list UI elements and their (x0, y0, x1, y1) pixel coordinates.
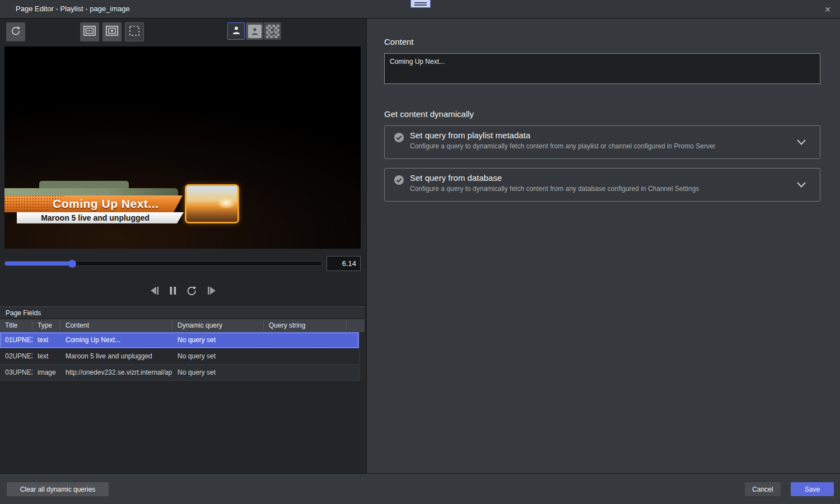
dynamic-section-title: Get content dynamically (384, 109, 474, 119)
col-dynamic-query[interactable]: Dynamic query (172, 321, 264, 330)
close-icon[interactable]: ✕ (822, 4, 833, 15)
overlay-subline-strip: Maroon 5 live and unplugged (17, 212, 184, 223)
timeline-scrubber[interactable] (4, 261, 322, 266)
playlist-metadata-card[interactable]: Set query from playlist metadata Configu… (384, 125, 820, 159)
transport-controls (0, 283, 366, 298)
row-title: 03UPNEX (0, 368, 32, 376)
selection-frame-mode-button[interactable] (125, 22, 144, 41)
row-dynamic-query: No query set (172, 352, 264, 360)
footer-bar: Clear all dynamic queries Cancel Save (0, 473, 840, 504)
row-type: text (32, 336, 60, 344)
row-title: 01UPNEX (0, 336, 32, 344)
table-row[interactable]: 03UPNEX image http://onedev232.se.vizrt.… (0, 365, 359, 381)
col-title[interactable]: Title (0, 321, 32, 330)
card-title: Set query from database (410, 173, 502, 183)
window-title: Page Editor - Playlist - page_image (16, 4, 130, 13)
overlay-subline: Maroon 5 live and unplugged (41, 213, 150, 222)
clear-dynamic-queries-button[interactable]: Clear all dynamic queries (7, 482, 109, 496)
person-alpha-preview-icon (266, 25, 279, 38)
overlay-accent-tab (39, 181, 129, 188)
title-bar: Page Editor - Playlist - page_image ✕ (0, 0, 840, 18)
row-type: image (32, 368, 60, 376)
row-content: Coming Up Next... (60, 336, 172, 344)
row-type: text (32, 352, 60, 360)
col-query-string[interactable]: Query string (264, 321, 347, 330)
editor-panel: Content Coming Up Next... Get content dy… (366, 18, 840, 473)
row-dynamic-query: No query set (172, 368, 264, 376)
row-content: http://onedev232.se.vizrt.internal/ap (60, 368, 172, 376)
refresh-button[interactable] (6, 22, 25, 41)
card-description: Configure a query to dynamically fetch c… (410, 142, 716, 150)
scrubber-thumb[interactable] (68, 260, 76, 268)
check-circle-icon (394, 175, 404, 188)
video-preview[interactable]: Coming Up Next... Maroon 5 live and unpl… (4, 46, 361, 249)
pause-icon[interactable] (169, 285, 178, 296)
overlay-photo (185, 184, 239, 223)
picture-in-picture-icon (106, 26, 118, 38)
person-fill-preview-icon (231, 25, 241, 38)
card-title: Set query from playlist metadata (410, 130, 530, 140)
row-dynamic-query: No query set (172, 336, 264, 344)
time-field[interactable]: 6.14 (326, 256, 361, 271)
refresh-icon (10, 25, 21, 39)
overlay-headline: Coming Up Next... (53, 197, 158, 211)
card-description: Configure a query to dynamically fetch c… (410, 185, 699, 193)
chevron-down-icon[interactable] (796, 180, 806, 190)
check-circle-icon (394, 132, 404, 145)
page-fields-title: Page Fields (6, 309, 41, 317)
preview-alpha-button[interactable] (264, 22, 281, 40)
save-button[interactable]: Save (791, 482, 834, 496)
col-content[interactable]: Content (60, 321, 172, 330)
row-content: Maroon 5 live and unplugged (60, 352, 172, 360)
table-row[interactable]: 02UPNEX text Maroon 5 live and unplugged… (0, 348, 359, 365)
row-title: 02UPNEX (0, 352, 32, 360)
fields-table-header: Title Type Content Dynamic query Query s… (0, 319, 365, 332)
selection-frame-icon (129, 25, 140, 39)
chevron-down-icon[interactable] (796, 138, 806, 148)
overlay-headline-banner: Coming Up Next... (4, 195, 183, 212)
preview-fill-button[interactable] (227, 22, 245, 40)
content-label: Content (384, 37, 414, 46)
lower-third-mode-button[interactable] (80, 22, 99, 41)
page-fields-header: Page Fields (0, 306, 365, 319)
page-editor-dialog: Page Editor - Playlist - page_image ✕ (0, 0, 840, 504)
scrubber-fill (5, 262, 72, 265)
database-query-card[interactable]: Set query from database Configure a quer… (384, 168, 820, 202)
lower-third-icon (83, 26, 96, 38)
preview-key-button[interactable] (246, 22, 263, 40)
step-back-icon[interactable] (148, 285, 161, 296)
person-tile-preview-icon (248, 25, 262, 38)
col-spacer (347, 321, 365, 330)
table-scrollbar[interactable] (359, 332, 365, 381)
content-input[interactable]: Coming Up Next... (384, 53, 820, 84)
drag-handle[interactable] (410, 0, 431, 8)
picture-in-picture-mode-button[interactable] (102, 22, 122, 41)
fields-table: 01UPNEX text Coming Up Next... No query … (0, 332, 359, 381)
cancel-button[interactable]: Cancel (745, 482, 781, 496)
step-forward-icon[interactable] (206, 285, 218, 296)
table-row[interactable]: 01UPNEX text Coming Up Next... No query … (0, 332, 359, 348)
overlay-accent-bar (4, 188, 178, 197)
col-type[interactable]: Type (32, 321, 60, 330)
loop-icon[interactable] (185, 284, 198, 297)
preview-panel: Coming Up Next... Maroon 5 live and unpl… (0, 18, 366, 473)
